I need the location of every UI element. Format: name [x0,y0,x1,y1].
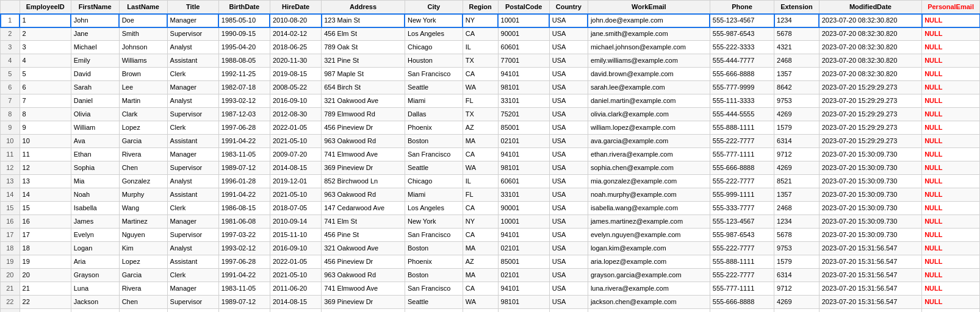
cell-Address[interactable]: 321 Oakwood Ave [322,94,405,108]
cell-BirthDate[interactable]: 1990-09-15 [218,27,270,41]
cell-Region[interactable]: IL [463,175,498,188]
cell-rownum[interactable]: 12 [1,161,20,175]
cell-FirstName[interactable]: Daniel [71,94,119,108]
cell-Country[interactable]: USA [549,269,588,282]
table-row[interactable]: 2323ScarlettGonzalezAnalyst1996-01-28201… [1,309,980,313]
column-header-EmployeeID[interactable]: EmployeeID [20,1,71,14]
cell-City[interactable]: Boston [405,242,463,255]
cell-HireDate[interactable]: 2010-08-20 [270,14,321,27]
cell-Title[interactable]: Manager [167,148,218,161]
cell-PostalCode[interactable]: 94101 [498,68,549,81]
cell-Country[interactable]: USA [549,282,588,296]
cell-PostalCode[interactable]: 02101 [498,242,549,255]
cell-PersonalEmail[interactable]: NULL [922,282,980,296]
cell-LastName[interactable]: Smith [119,27,167,41]
cell-EmployeeID[interactable]: 11 [20,148,71,161]
cell-Address[interactable]: 321 Oakwood Ave [322,242,405,255]
cell-City[interactable]: Boston [405,269,463,282]
cell-EmployeeID[interactable]: 8 [20,108,71,121]
column-header-Region[interactable]: Region [463,1,498,14]
cell-BirthDate[interactable]: 1997-03-22 [218,229,270,242]
cell-Extension[interactable]: 1234 [774,215,820,229]
cell-Country[interactable]: USA [549,309,588,313]
cell-Phone[interactable]: 555-888-1111 [710,121,774,135]
cell-Title[interactable]: Assistant [167,255,218,269]
cell-PostalCode[interactable]: 98101 [498,81,549,94]
cell-Extension[interactable]: 8521 [774,309,820,313]
cell-Title[interactable]: Supervisor [167,108,218,121]
cell-Title[interactable]: Assistant [167,188,218,202]
cell-Phone[interactable]: 555-222-3333 [710,41,774,54]
cell-rownum[interactable]: 2 [1,27,20,41]
cell-Phone[interactable]: 555-666-8888 [710,161,774,175]
cell-Extension[interactable]: 5678 [774,229,820,242]
cell-FirstName[interactable]: Jane [71,27,119,41]
cell-Extension[interactable]: 1357 [774,68,820,81]
cell-rownum[interactable]: 3 [1,41,20,54]
cell-rownum[interactable]: 18 [1,242,20,255]
cell-Phone[interactable]: 555-888-1111 [710,255,774,269]
cell-EmployeeID[interactable]: 18 [20,242,71,255]
cell-FirstName[interactable]: Logan [71,242,119,255]
cell-LastName[interactable]: Rivera [119,282,167,296]
cell-City[interactable]: San Francisco [405,148,463,161]
column-header-PostalCode[interactable]: PostalCode [498,1,549,14]
cell-LastName[interactable]: Lopez [119,121,167,135]
cell-WorkEmail[interactable]: olivia.clark@example.com [588,108,710,121]
cell-Country[interactable]: USA [549,188,588,202]
cell-HireDate[interactable]: 2012-08-30 [270,108,321,121]
cell-EmployeeID[interactable]: 5 [20,68,71,81]
cell-HireDate[interactable]: 2018-07-05 [270,202,321,215]
cell-Phone[interactable]: 555-666-8888 [710,296,774,309]
cell-Extension[interactable]: 4269 [774,108,820,121]
cell-PersonalEmail[interactable]: NULL [922,242,980,255]
cell-Extension[interactable]: 1579 [774,121,820,135]
table-row[interactable]: 1717EvelynNguyenSupervisor1997-03-222015… [1,229,980,242]
cell-EmployeeID[interactable]: 12 [20,161,71,175]
cell-WorkEmail[interactable]: david.brown@example.com [588,68,710,81]
cell-LastName[interactable]: Chen [119,296,167,309]
cell-Title[interactable]: Analyst [167,41,218,54]
cell-BirthDate[interactable]: 1992-11-25 [218,68,270,81]
cell-City[interactable]: New York [405,14,463,27]
table-row[interactable]: 77DanielMartinAnalyst1993-02-122016-09-1… [1,94,980,108]
cell-ModifiedDate[interactable]: 2023-07-20 15:30:09.730 [819,215,921,229]
cell-PostalCode[interactable]: 94101 [498,148,549,161]
cell-Phone[interactable]: 555-222-7777 [710,135,774,148]
cell-PersonalEmail[interactable]: NULL [922,229,980,242]
cell-Country[interactable]: USA [549,108,588,121]
cell-Extension[interactable]: 4269 [774,161,820,175]
cell-BirthDate[interactable]: 1995-04-20 [218,41,270,54]
cell-PostalCode[interactable]: 85001 [498,121,549,135]
cell-ModifiedDate[interactable]: 2023-07-20 08:32:30.820 [819,27,921,41]
cell-Region[interactable]: CA [463,68,498,81]
table-row[interactable]: 44EmilyWilliamsAssistant1988-08-052020-1… [1,54,980,68]
cell-rownum[interactable]: 16 [1,215,20,229]
cell-PostalCode[interactable]: 77001 [498,54,549,68]
cell-rownum[interactable]: 11 [1,148,20,161]
table-row[interactable]: 99WilliamLopezClerk1997-06-282022-01-054… [1,121,980,135]
cell-Phone[interactable]: 555-111-3333 [710,94,774,108]
cell-Region[interactable]: CA [463,282,498,296]
cell-Address[interactable]: 852 Birchwood Ln [322,175,405,188]
cell-PersonalEmail[interactable]: NULL [922,296,980,309]
cell-PersonalEmail[interactable]: NULL [922,309,980,313]
cell-Region[interactable]: IL [463,309,498,313]
column-header-LastName[interactable]: LastName [119,1,167,14]
cell-BirthDate[interactable]: 1989-07-12 [218,161,270,175]
cell-Region[interactable]: TX [463,54,498,68]
cell-ModifiedDate[interactable]: 2023-07-20 15:29:29.273 [819,94,921,108]
table-row[interactable]: 1818LoganKimAnalyst1993-02-122016-09-103… [1,242,980,255]
cell-WorkEmail[interactable]: michael.johnson@example.com [588,41,710,54]
cell-Extension[interactable]: 8521 [774,175,820,188]
cell-City[interactable]: Seattle [405,81,463,94]
cell-PersonalEmail[interactable]: NULL [922,14,980,27]
cell-FirstName[interactable]: Sophia [71,161,119,175]
cell-BirthDate[interactable]: 1987-12-03 [218,108,270,121]
cell-Title[interactable]: Clerk [167,68,218,81]
cell-PersonalEmail[interactable]: NULL [922,27,980,41]
cell-Phone[interactable]: 555-777-9999 [710,81,774,94]
cell-EmployeeID[interactable]: 7 [20,94,71,108]
cell-PersonalEmail[interactable]: NULL [922,135,980,148]
cell-EmployeeID[interactable]: 13 [20,175,71,188]
